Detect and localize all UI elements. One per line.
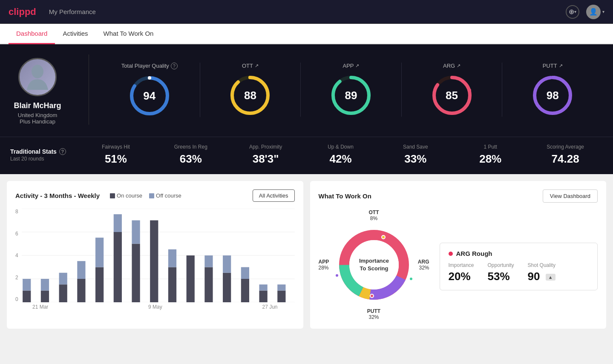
score-arg-value: 85: [446, 89, 458, 102]
svg-point-25: [349, 240, 399, 289]
bar-on-6: [132, 244, 140, 303]
stat-fairways: Fairways Hit 51%: [78, 144, 153, 166]
activity-panel: Activity - 3 Months - Weekly On course O…: [7, 181, 303, 329]
stat-scoring-label: Scoring Average: [528, 144, 603, 150]
bottom-panels: Activity - 3 Months - Weekly On course O…: [0, 174, 613, 335]
bar-on-1: [41, 291, 49, 303]
view-dashboard-button[interactable]: View Dashboard: [543, 189, 598, 203]
bar-on-13: [259, 291, 267, 303]
circle-putt: 98: [531, 74, 574, 117]
svg-point-9: [367, 94, 371, 97]
bar-off-11: [223, 255, 231, 273]
bar-off-3: [77, 261, 85, 279]
score-arg-label: ARG ↗: [443, 63, 460, 69]
trad-title: Traditional Stats ?: [10, 148, 78, 155]
stat-fairways-value: 51%: [78, 152, 153, 166]
metric-importance-label: Importance: [449, 262, 474, 268]
score-total-value: 94: [143, 89, 155, 102]
logo: clippd: [9, 6, 36, 17]
stat-1putt-value: 28%: [453, 152, 528, 166]
svg-point-0: [32, 65, 43, 78]
score-putt-label: PUTT ↗: [543, 63, 563, 69]
tab-what-to-work-on[interactable]: What To Work On: [96, 24, 161, 44]
chart-body: 8 6 4 2 0: [15, 209, 295, 302]
bar-on-14: [277, 291, 285, 303]
bar-off-6: [132, 221, 140, 244]
stat-fairways-label: Fairways Hit: [78, 144, 153, 150]
score-app-value: 89: [345, 89, 357, 102]
donut-label-ott: OTT 8%: [369, 209, 379, 221]
logo-text: clippd: [9, 6, 36, 17]
metric-opportunity: Opportunity 53%: [488, 262, 514, 283]
stat-updown: Up & Down 42%: [303, 144, 378, 166]
bar-off-1: [41, 279, 49, 291]
score-arg: ARG ↗ 85: [402, 63, 503, 117]
stat-1putt: 1 Putt 28%: [453, 144, 528, 166]
bar-off-14: [277, 284, 285, 290]
arrow-putt: ↗: [559, 63, 563, 69]
metric-importance-value: 20%: [449, 270, 474, 283]
donut-marker-arg: [370, 294, 374, 298]
activity-title: Activity - 3 Months - Weekly: [15, 192, 100, 199]
info-icon-total[interactable]: ?: [171, 63, 178, 69]
bar-on-11: [223, 273, 231, 302]
nav-tabs: Dashboard Activities What To Work On: [0, 24, 613, 44]
app-header: clippd My Performance ⊕ ▾ 👤 ▾: [0, 0, 613, 24]
bar-on-3: [77, 279, 85, 302]
info-icon-trad[interactable]: ?: [59, 148, 66, 155]
wtwo-content: OTT 8% ARG 32% PUTT 32% APP 28%: [319, 209, 598, 320]
chart-canvas: [22, 209, 295, 302]
avatar-placeholder: 👤: [589, 8, 598, 16]
divider: [89, 54, 89, 125]
all-activities-button[interactable]: All Activities: [253, 189, 295, 202]
stat-scoring: Scoring Average 74.28: [528, 144, 603, 166]
add-button[interactable]: ⊕ ▾: [566, 5, 579, 19]
bar-on-2: [59, 284, 67, 302]
avatar-image: [25, 62, 50, 92]
donut-marker-ott: [381, 235, 386, 239]
score-ott-label: OTT ↗: [242, 63, 259, 69]
tab-dashboard[interactable]: Dashboard: [9, 24, 55, 44]
svg-point-15: [553, 76, 556, 79]
stat-proximity: App. Proximity 38'3": [228, 144, 303, 166]
wtwo-panel-header: What To Work On View Dashboard: [319, 189, 598, 203]
donut-wrapper: OTT 8% ARG 32% PUTT 32% APP 28%: [319, 209, 429, 320]
stat-gir-value: 63%: [153, 152, 228, 166]
activity-panel-header: Activity - 3 Months - Weekly On course O…: [15, 189, 295, 202]
plus-icon: ⊕: [569, 8, 574, 16]
bar-off-13: [259, 284, 267, 290]
score-ott: OTT ↗ 88: [200, 63, 301, 117]
player-profile: Blair McHarg United Kingdom Plus Handica…: [10, 54, 78, 125]
bar-on-0: [23, 291, 31, 303]
metric-shot-quality: Shot Quality 90 ▲: [528, 262, 555, 283]
chevron-icon: ▾: [574, 9, 576, 14]
bar-on-8: [168, 267, 176, 303]
avatar-chevron: ▾: [602, 9, 604, 14]
score-putt: PUTT ↗ 98: [502, 63, 603, 117]
bar-off-10: [204, 255, 213, 267]
player-avatar: [18, 58, 57, 96]
arrow-ott: ↗: [255, 63, 259, 69]
metric-opportunity-value: 53%: [488, 270, 514, 283]
bar-on-7: [150, 221, 158, 303]
stat-sandsave-label: Sand Save: [378, 144, 453, 150]
chart-x-labels: 21 Mar 9 May 27 Jun: [15, 302, 295, 310]
bar-on-5: [113, 232, 121, 302]
score-app: APP ↗ 89: [301, 63, 402, 117]
bar-off-12: [241, 267, 249, 279]
circle-app: 89: [330, 74, 372, 117]
traditional-stats: Traditional Stats ? Last 20 rounds Fairw…: [0, 137, 613, 174]
stat-gir: Greens In Reg 63%: [153, 144, 228, 166]
stat-gir-label: Greens In Reg: [153, 144, 228, 150]
stat-updown-value: 42%: [303, 152, 378, 166]
bar-off-8: [168, 249, 176, 267]
metric-opportunity-label: Opportunity: [488, 262, 514, 268]
user-avatar-row[interactable]: 👤 ▾: [586, 5, 604, 19]
chart-svg: [22, 209, 295, 302]
y-axis: 8 6 4 2 0: [15, 209, 22, 302]
bar-on-10: [204, 267, 213, 303]
detail-dot: [449, 252, 453, 256]
stat-updown-label: Up & Down: [303, 144, 378, 150]
scores-row: Total Player Quality ? 94 OTT ↗: [99, 54, 603, 125]
tab-activities[interactable]: Activities: [55, 24, 95, 44]
